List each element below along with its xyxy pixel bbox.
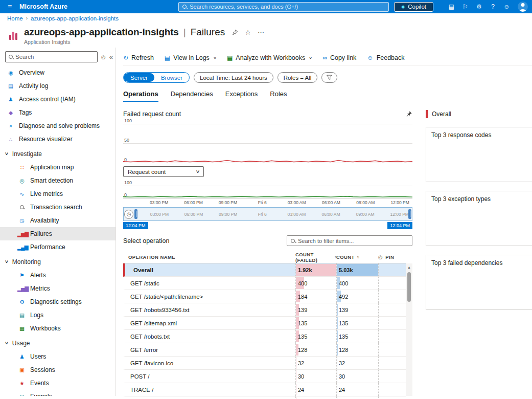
operation-filter-input[interactable] [298,238,408,244]
sidebar-item-transaction-search[interactable]: Transaction search [0,201,115,214]
sidebar-item-diagnose-and-solve-problems[interactable]: ×Diagnose and solve problems [0,119,115,132]
pin-cell[interactable] [378,290,406,303]
operation-row[interactable]: GET /static400400 [123,277,406,290]
sidebar-item-resource-visualizer[interactable]: ∴Resource visualizer [0,132,115,146]
sidebar-item-events[interactable]: ★Events [0,376,115,390]
column-pin[interactable]: ◎ PIN [378,254,406,260]
pin-cell[interactable] [378,317,406,329]
brush-handle-right[interactable] [408,209,411,219]
sidebar-item-metrics[interactable]: ▂▅▇Metrics [0,282,115,295]
sidebar-group-usage[interactable]: ∨Usage [0,336,115,350]
pin-cell[interactable] [378,263,406,276]
main-content: ↻Refresh▤View in Logs∨▦Analyze with Work… [116,48,532,396]
toggle-browser[interactable]: Browser [154,73,189,82]
column-count-failed[interactable]: COUNT (FAILED) ↑↓ [295,252,336,263]
cloud-shell-icon[interactable]: ▤ [445,3,458,10]
sidebar-item-performance[interactable]: ▂▄▆Performance [0,240,115,254]
pin-icon[interactable] [232,29,238,36]
command-copy-link[interactable]: ∞Copy link [322,54,356,61]
add-filter-button[interactable] [321,72,337,83]
sidebar-group-monitoring[interactable]: ∨Monitoring [0,255,115,269]
scrollbar-thumb[interactable] [407,272,411,302]
sidebar-item-sessions[interactable]: ▣Sessions [0,363,115,376]
command-analyze-with-workbooks[interactable]: ▦Analyze with Workbooks∨ [227,54,312,61]
failed-value: 128 [296,347,307,353]
pin-cell[interactable] [378,330,406,343]
feedback-smiley-icon[interactable]: ☺ [500,3,514,10]
operation-row[interactable]: TRACE /2424 [123,383,406,396]
global-search-input[interactable] [190,4,385,10]
notifications-icon[interactable]: ⚐ [458,3,472,10]
sidebar-item-failures[interactable]: ▂▅▇Failures [0,227,115,240]
copilot-button[interactable]: ◆ Copilot [394,2,433,12]
pin-cell[interactable] [378,396,406,399]
brush-handle-left[interactable] [134,209,137,219]
tab-dependencies[interactable]: Dependencies [171,90,213,102]
pin-cell[interactable] [378,370,406,383]
operation-row[interactable]: GET /favicon.ico3232 [123,357,406,370]
metric-dropdown[interactable]: Request count ∨ [123,166,204,177]
operation-row[interactable]: GET /error128128 [123,343,406,357]
sidebar-item-alerts[interactable]: ⚑Alerts [0,269,115,282]
pin-cell[interactable] [378,343,406,356]
more-options-icon[interactable]: ⋯ [258,29,264,36]
sidebar-item-live-metrics[interactable]: ∿Live metrics [0,187,115,201]
sidebar-group-investigate[interactable]: ∨Investigate [0,147,115,161]
pin-cell[interactable] [378,383,406,396]
help-icon[interactable]: ? [486,3,500,10]
sidebar-collapse-icon[interactable]: « [109,53,113,61]
operation-row[interactable]: GET /static/<path:filename>184492 [123,290,406,303]
breadcrumb-home[interactable]: Home [7,15,23,21]
operation-row[interactable]: GET /robots.txt135135 [123,330,406,343]
pin-cell[interactable] [378,303,406,316]
pin-cell[interactable] [378,357,406,369]
operation-filter-search[interactable] [287,235,412,246]
sidebar-item-diagnostic-settings[interactable]: ⚙Diagnostic settings [0,295,115,308]
hamburger-menu-icon[interactable]: ≡ [0,3,19,11]
command-view-in-logs[interactable]: ▤View in Logs∨ [165,54,216,61]
count-cell: 135 [336,317,378,329]
sidebar-item-tags[interactable]: ◆Tags [0,106,115,119]
tab-roles[interactable]: Roles [270,90,287,102]
sidebar-item-workbooks[interactable]: ▦Workbooks [0,322,115,335]
operation-row[interactable]: POST /3030 [123,370,406,383]
brush-clock-icon[interactable]: ◷ [124,210,133,219]
breadcrumb-current[interactable]: azureops-app-application-insights [31,15,119,21]
time-range-pill[interactable]: Local Time: Last 24 hours [194,72,273,83]
sidebar-options-icon[interactable]: ◎ [101,54,106,60]
sidebar-item-funnels[interactable]: ▽Funnels [0,390,115,396]
operation-row[interactable]: GET /robots933456.txt139139 [123,303,406,317]
time-brush[interactable]: ◷ 03:00 PM06:00 PM09:00 PMFri 603:00 AM0… [123,207,412,221]
sidebar-item-access-control-iam[interactable]: ♟Access control (IAM) [0,93,115,106]
global-search[interactable] [178,2,389,12]
favorite-star-icon[interactable]: ☆ [245,29,251,36]
sidebar-item-users[interactable]: ♟Users [0,350,115,363]
command-refresh[interactable]: ↻Refresh [123,54,154,61]
pin-cell[interactable] [378,277,406,290]
account-avatar[interactable] [518,2,528,12]
pin-all-icon[interactable]: ◎ [378,254,383,260]
toggle-server[interactable]: Server [124,73,154,82]
operation-row[interactable]: GET /trace.axd1414 [123,396,406,399]
operation-row[interactable]: Overall1.92k5.03k [123,263,406,277]
sidebar-item-application-map[interactable]: ∷Application map [0,161,115,174]
tab-operations[interactable]: Operations [123,90,158,102]
sidebar-item-smart-detection[interactable]: ◎Smart detection [0,174,115,187]
sidebar-item-activity-log[interactable]: ▤Activity log [0,79,115,93]
sidebar-search-input[interactable] [15,54,94,60]
table-scrollbar[interactable]: ▲ [406,263,412,396]
sidebar-item-availability[interactable]: ◷Availability [0,214,115,227]
azure-brand[interactable]: Microsoft Azure [19,3,67,10]
sidebar-item-overview[interactable]: ◉Overview [0,66,115,79]
operation-row[interactable]: GET /sitemap.xml135135 [123,317,406,330]
roles-pill[interactable]: Roles = All [277,72,318,83]
column-count[interactable]: COUNT ↑↓ [336,254,378,260]
command-feedback[interactable]: ☺Feedback [367,54,404,61]
settings-gear-icon[interactable]: ⚙ [472,3,486,10]
column-operation-name[interactable]: OPERATION NAME [123,254,295,260]
tab-exceptions[interactable]: Exceptions [225,90,258,102]
sidebar-search[interactable] [5,51,98,62]
pin-chart-icon[interactable] [405,110,412,118]
sidebar-item-logs[interactable]: ▤Logs [0,308,115,322]
scroll-up-icon[interactable]: ▲ [406,263,412,271]
